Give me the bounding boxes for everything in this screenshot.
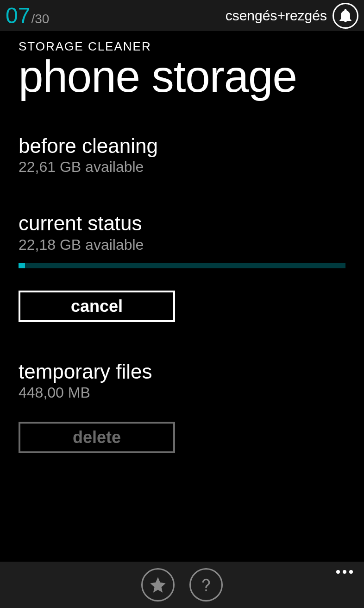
status-bar: 07 /30 csengés+rezgés [0,0,364,31]
help-button[interactable] [189,568,223,602]
temporary-files-heading: temporary files [19,360,345,384]
temporary-files-value: 448,00 MB [19,384,345,401]
delete-button: delete [19,422,175,453]
before-cleaning-heading: before cleaning [19,134,345,158]
count-current: 07 [6,3,30,28]
page-title: phone storage [19,52,345,101]
progress-fill [19,263,25,268]
temporary-files-section: temporary files 448,00 MB delete [19,360,345,454]
before-cleaning-section: before cleaning 22,61 GB available [19,134,345,176]
dot-icon [343,570,346,574]
cancel-button[interactable]: cancel [19,291,175,322]
count-total: /30 [31,12,49,26]
app-bar [0,562,364,608]
favorites-button[interactable] [141,568,175,602]
more-button[interactable] [336,570,353,574]
progress-bar [19,263,345,268]
bell-icon[interactable] [333,3,358,29]
content-area: STORAGE CLEANER phone storage before cle… [0,31,364,453]
sound-mode-label: csengés+rezgés [226,8,327,24]
status-right: csengés+rezgés [226,3,358,29]
question-icon [197,576,215,594]
status-count: 07 /30 [6,3,49,28]
bell-icon-svg [338,8,353,24]
current-status-value: 22,18 GB available [19,236,345,253]
dot-icon [336,570,340,574]
star-icon [149,576,167,594]
before-cleaning-value: 22,61 GB available [19,158,345,176]
current-status-heading: current status [19,212,345,235]
current-status-section: current status 22,18 GB available cancel [19,212,345,322]
dot-icon [349,570,353,574]
